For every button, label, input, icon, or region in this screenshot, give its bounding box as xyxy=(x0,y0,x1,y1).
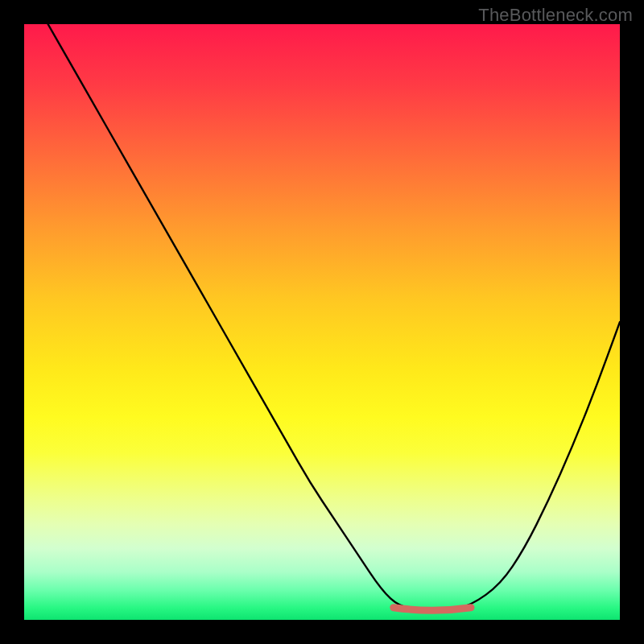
watermark-text: TheBottleneck.com xyxy=(478,5,633,26)
curve-layer xyxy=(24,24,620,620)
bottleneck-curve xyxy=(48,24,620,610)
optimal-range-marker xyxy=(394,608,471,611)
plot-area xyxy=(24,24,620,620)
chart-frame: TheBottleneck.com xyxy=(0,0,644,644)
